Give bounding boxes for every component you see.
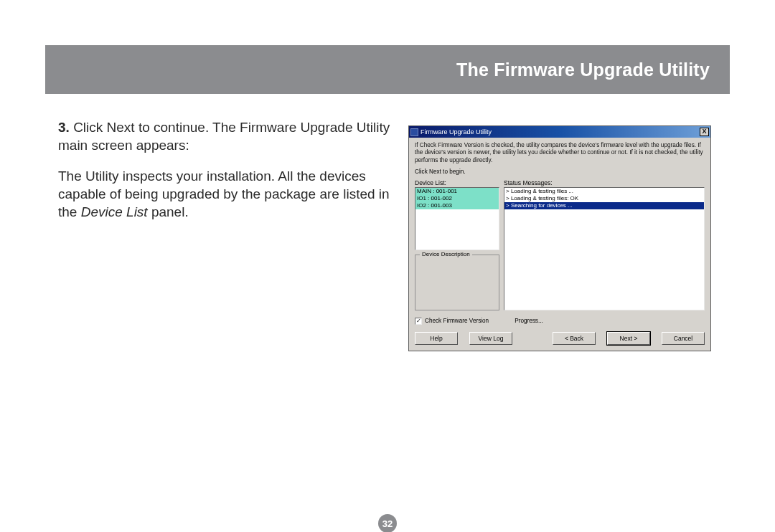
device-description-group: Device Description <box>415 255 499 310</box>
window-title: Firmware Upgrade Utility <box>421 128 492 136</box>
progress-area: Progress... <box>515 318 543 324</box>
panels-row: Device List: MAIN : 001-001 IO1 : 001-00… <box>415 179 705 310</box>
list-item[interactable]: IO1 : 001-002 <box>415 195 499 202</box>
list-item: > Loading & testing files: OK <box>504 195 704 202</box>
options-row: ✓ Check Firmware Version Progress... <box>415 318 705 325</box>
instruction-begin: Click Next to begin. <box>415 168 705 175</box>
help-button[interactable]: Help <box>415 332 458 345</box>
step-number: 3. <box>58 120 70 135</box>
app-icon <box>410 128 418 136</box>
page-number: 32 <box>382 518 393 529</box>
device-list-label: Device List: <box>415 179 499 186</box>
document-page: The Firmware Upgrade Utility 3. Click Ne… <box>45 45 730 504</box>
view-log-button[interactable]: View Log <box>469 332 512 345</box>
check-firmware-label: Check Firmware Version <box>425 318 489 324</box>
next-button[interactable]: Next > <box>607 332 650 345</box>
back-button[interactable]: < Back <box>553 332 596 345</box>
window-body: If Check Firmware Version is checked, th… <box>409 138 710 351</box>
status-column: Status Messages: > Loading & testing fil… <box>504 179 705 310</box>
list-item: > Searching for devices ... <box>504 202 704 209</box>
device-list[interactable]: MAIN : 001-001 IO1 : 001-002 IO2 : 001-0… <box>415 187 499 250</box>
button-row: Help View Log < Back Next > Cancel <box>415 332 705 345</box>
close-button[interactable]: X <box>700 128 709 136</box>
status-messages-label: Status Messages: <box>504 179 705 186</box>
list-item[interactable]: MAIN : 001-001 <box>415 188 499 195</box>
status-messages-list[interactable]: > Loading & testing files ... > Loading … <box>504 187 705 310</box>
progress-label: Progress... <box>515 318 543 324</box>
step-text: Click Next to continue. The Firmware Upg… <box>58 120 390 153</box>
instruction-text: If Check Firmware Version is checked, th… <box>415 142 705 164</box>
device-description-legend: Device Description <box>420 251 472 257</box>
checkbox-icon: ✓ <box>415 318 422 325</box>
cancel-button[interactable]: Cancel <box>662 332 705 345</box>
list-item: > Loading & testing files ... <box>504 188 704 195</box>
screenshot-column: Firmware Upgrade Utility X If Check Firm… <box>408 118 730 351</box>
content-row: 3. Click Next to continue. The Firmware … <box>45 94 730 351</box>
device-column: Device List: MAIN : 001-001 IO1 : 001-00… <box>415 179 499 310</box>
para2-em: Device List <box>81 204 148 219</box>
para2-b: panel. <box>148 204 189 219</box>
app-window: Firmware Upgrade Utility X If Check Firm… <box>408 125 711 351</box>
header-bar: The Firmware Upgrade Utility <box>45 45 730 94</box>
page-number-badge: 32 <box>378 514 397 532</box>
check-firmware-checkbox[interactable]: ✓ Check Firmware Version <box>415 318 489 325</box>
text-column: 3. Click Next to continue. The Firmware … <box>45 118 391 351</box>
step-paragraph: 3. Click Next to continue. The Firmware … <box>58 118 391 154</box>
titlebar: Firmware Upgrade Utility X <box>409 126 710 138</box>
page-title: The Firmware Upgrade Utility <box>456 60 710 80</box>
description-paragraph: The Utility inspects your installation. … <box>58 167 391 221</box>
list-item[interactable]: IO2 : 001-003 <box>415 202 499 209</box>
